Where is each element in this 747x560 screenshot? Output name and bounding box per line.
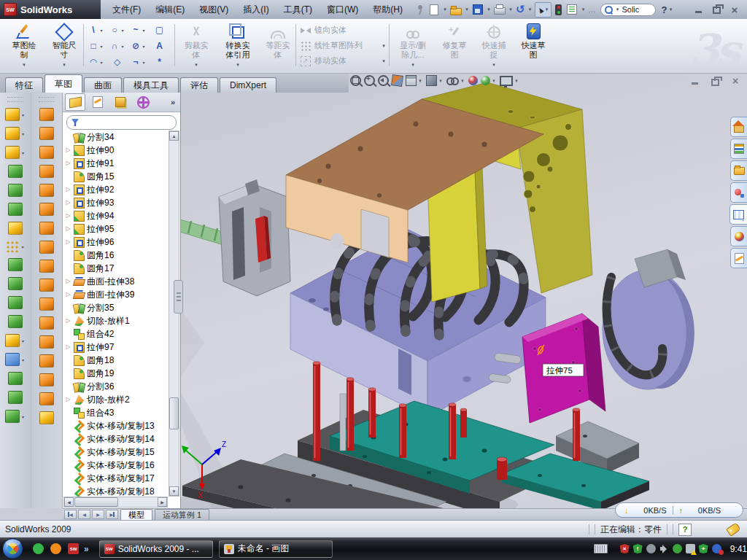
previous-view-button[interactable] [378, 75, 389, 86]
command-tab-3[interactable]: 模具工具 [123, 77, 179, 93]
freeform-button[interactable] [39, 222, 54, 235]
start-button[interactable] [2, 538, 23, 559]
tree-item-20[interactable]: 切除-放样2 [65, 393, 168, 406]
hud-dropdown[interactable]: ▾ [438, 78, 444, 84]
tree-item-27[interactable]: 实体-移动/复制18 [65, 485, 168, 497]
first-tab-button[interactable]: ◀ [64, 510, 77, 519]
sketch-entity-button-0-0[interactable]: \▾ [85, 22, 107, 38]
expand-arrow[interactable] [65, 222, 71, 236]
boundary-boss-button[interactable] [8, 203, 23, 216]
appearances-scenes-tab[interactable] [730, 226, 747, 246]
tree-item-2[interactable]: 拉伸91 [65, 157, 168, 170]
tree-item-21[interactable]: 组合43 [65, 406, 168, 419]
tree-item-8[interactable]: 拉伸96 [65, 236, 168, 249]
tree-item-25[interactable]: 实体-移动/复制16 [65, 459, 168, 472]
tab-overflow-chevron[interactable]: » [171, 98, 178, 106]
command-tab-0[interactable]: 特征 [5, 77, 43, 93]
delete-body-button[interactable] [39, 316, 54, 330]
new-dropdown[interactable]: ▾ [442, 7, 448, 12]
save-button[interactable] [471, 2, 484, 17]
extruded-boss-button[interactable]: ▾ [5, 108, 26, 121]
new-document-button[interactable] [427, 2, 441, 17]
linear-pattern-button[interactable]: ▾ [6, 241, 26, 252]
restore-button[interactable] [710, 4, 723, 15]
flyout-arrow[interactable]: ▾ [20, 131, 26, 136]
tree-item-6[interactable]: 拉伸94 [65, 209, 168, 222]
tree-item-26[interactable]: 实体-移动/复制17 [65, 472, 168, 485]
ql-solidworks[interactable]: SW [68, 543, 79, 554]
menubar-item-2[interactable]: 视图(V) [192, 1, 236, 19]
expand-arrow[interactable] [65, 393, 71, 406]
hud-dropdown[interactable]: ▾ [514, 78, 519, 84]
tree-item-3[interactable]: 圆角15 [65, 170, 168, 183]
entity-dropdown[interactable]: ▾ [99, 60, 104, 65]
tree-item-12[interactable]: 曲面-拉伸39 [65, 288, 168, 301]
doc-restore-button[interactable] [709, 76, 721, 86]
command-tab-5[interactable]: DimXpert [220, 77, 276, 93]
thicken-button[interactable] [39, 335, 54, 349]
view-orientation-button[interactable]: ▾ [406, 75, 423, 86]
solidworks-search-tab[interactable] [730, 182, 747, 203]
reference-geometry-button[interactable]: ▾ [5, 334, 26, 347]
dome-button[interactable] [39, 279, 54, 292]
tray-network-warning-icon[interactable] [686, 544, 695, 553]
expand-arrow[interactable] [65, 275, 71, 288]
sketch-entity-button-2-3[interactable]: * [149, 54, 170, 70]
sketch-entity-button-2-1[interactable]: ◇ [107, 54, 128, 70]
flyout-arrow[interactable]: ▾ [20, 338, 26, 343]
tray-volume-icon[interactable] [659, 544, 669, 553]
instant3d-button[interactable] [8, 222, 23, 235]
menubar-item-5[interactable]: 窗口(W) [320, 1, 365, 19]
entity-dropdown[interactable]: ▾ [120, 28, 125, 33]
entity-dropdown[interactable]: ▾ [142, 44, 146, 49]
draft-button[interactable] [8, 277, 23, 290]
entity-dropdown[interactable]: ▾ [142, 60, 146, 65]
graphics-viewport[interactable]: X Y Z 拉伸75 ▾▾▾▾▾ × [181, 73, 747, 508]
wrap-feature-button[interactable] [8, 372, 23, 385]
tray-update-icon[interactable] [646, 544, 656, 553]
menubar-item-1[interactable]: 编辑(E) [148, 1, 192, 19]
ql-media[interactable] [50, 543, 61, 554]
tray-sync-icon[interactable] [712, 544, 721, 553]
task-list-button[interactable] [565, 2, 578, 17]
mirror-entities-button[interactable]: 镜向实体 [298, 23, 389, 38]
flyout-arrow[interactable]: ▾ [20, 112, 26, 117]
status-help-icon[interactable]: ? [678, 524, 692, 536]
cavity-button[interactable] [39, 411, 54, 424]
expand-arrow[interactable] [65, 196, 71, 209]
tree-item-17[interactable]: 圆角18 [65, 354, 168, 367]
taskbar-button-solidworks[interactable]: SWSolidWorks 2009 - ... [99, 540, 213, 558]
display-style-button[interactable]: ▾ [426, 75, 444, 86]
hud-dropdown[interactable]: ▾ [491, 78, 497, 84]
apply-scene-button[interactable]: ▾ [481, 76, 497, 85]
hide-show-items-button[interactable]: ▾ [446, 77, 465, 84]
mirror-feature-button[interactable] [8, 315, 23, 328]
sketch-entity-button-0-3[interactable]: ▢ [149, 22, 170, 38]
command-tab-4[interactable]: 评估 [180, 77, 218, 93]
configurationmanager-tab[interactable] [110, 93, 131, 111]
tree-item-9[interactable]: 圆角16 [65, 249, 168, 262]
section-view-button[interactable] [392, 75, 403, 86]
command-tab-1[interactable]: 草图 [44, 74, 82, 93]
part-core-insert[interactable] [603, 249, 694, 389]
tray-device-icon[interactable] [673, 544, 682, 553]
hud-dropdown[interactable]: ▾ [417, 78, 423, 84]
expand-arrow[interactable] [65, 341, 71, 354]
undo-dropdown[interactable]: ▾ [527, 7, 533, 12]
tree-item-10[interactable]: 圆角17 [65, 262, 168, 275]
select-tool-button[interactable]: ▲▾ [535, 2, 552, 18]
move-entities-button[interactable]: 移动实体▾ [298, 53, 389, 69]
menubar-item-0[interactable]: 文件(F) [105, 1, 148, 19]
view-palette-tab[interactable] [729, 204, 747, 225]
menubar-item-6[interactable]: 帮助(H) [365, 1, 410, 19]
prev-tab-button[interactable]: ◀ [78, 510, 90, 519]
tree-item-16[interactable]: 拉伸97 [65, 341, 168, 354]
tray-security-alert-icon[interactable]: × [620, 544, 630, 553]
hud-dropdown[interactable]: ▾ [460, 78, 465, 84]
design-library-tab[interactable] [730, 139, 747, 159]
flyout-arrow[interactable]: ▾ [20, 244, 26, 249]
tree-item-15[interactable]: 组合42 [65, 327, 168, 341]
next-tab-button[interactable]: ▶ [92, 510, 104, 519]
sketch-entity-button-1-2[interactable]: ⊘▾ [128, 38, 149, 54]
intersect-button[interactable] [8, 391, 23, 404]
